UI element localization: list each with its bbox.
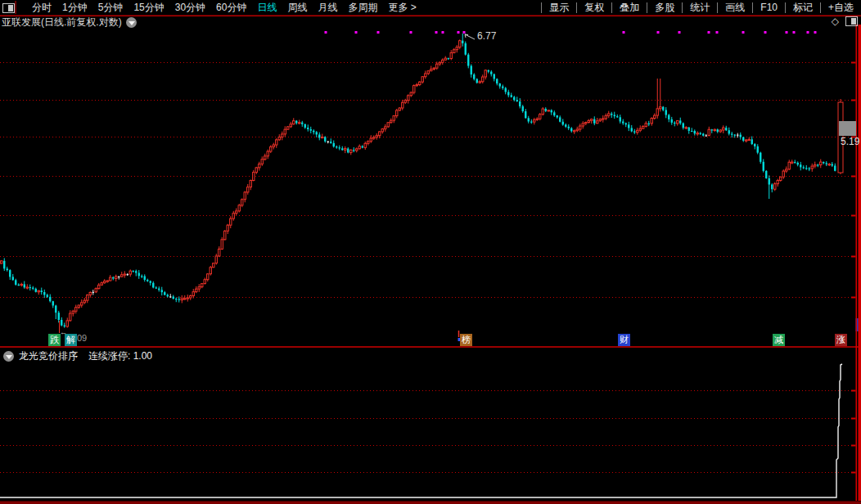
menu-item-overlay[interactable]: 叠加 <box>611 2 647 13</box>
event-badge-suffix: 09 <box>77 333 87 343</box>
annotations-layer <box>60 34 861 341</box>
grid-layer <box>0 63 857 473</box>
menu-item-fenshi[interactable]: 分时 <box>32 1 52 15</box>
menu-item-1min[interactable]: 1分钟 <box>62 1 88 15</box>
event-badge-cai[interactable]: 财 <box>618 334 630 346</box>
app-window: 分时 1分钟 5分钟 15分钟 30分钟 60分钟 日线 周线 月线 多周期 更… <box>0 0 861 504</box>
frame-layer <box>0 1 861 504</box>
event-badge-jian[interactable]: 减 <box>773 334 785 346</box>
menu-item-multiperiod[interactable]: 多周期 <box>348 1 377 15</box>
menu-item-adjust[interactable]: 复权 <box>576 2 611 13</box>
indicator-line-layer <box>0 364 842 497</box>
menu-item-60min[interactable]: 60分钟 <box>216 1 246 15</box>
menu-item-add-watchlist[interactable]: +自选 <box>820 2 861 13</box>
menu-item-drawline[interactable]: 画线 <box>717 2 752 13</box>
menu-item-15min[interactable]: 15分钟 <box>133 1 164 15</box>
menu-item-5min[interactable]: 5分钟 <box>98 1 124 15</box>
menu-item-monthly[interactable]: 月线 <box>318 1 337 15</box>
event-badge-zhang[interactable]: 涨 <box>835 334 847 346</box>
indicator-chevron-down-icon[interactable] <box>3 351 14 362</box>
tool-menu: 显示 复权 叠加 多股 统计 画线 F10 标记 +自选 <box>541 0 861 16</box>
menu-item-30min[interactable]: 30分钟 <box>175 1 205 15</box>
indicator-value: 连续涨停: 1.00 <box>88 349 152 363</box>
menu-item-f10[interactable]: F10 <box>752 2 785 13</box>
menu-bar: 分时 1分钟 5分钟 15分钟 30分钟 60分钟 日线 周线 月线 多周期 更… <box>0 0 861 16</box>
peak-price-label: 6.77 <box>477 30 496 42</box>
menu-item-weekly[interactable]: 周线 <box>287 1 307 15</box>
indicator-name[interactable]: 龙光竞价排序 <box>19 349 78 363</box>
chevron-down-icon[interactable] <box>126 17 137 28</box>
menu-item-statistics[interactable]: 统计 <box>682 2 717 13</box>
current-price-marker <box>839 121 856 136</box>
axis-price-label: 5.19 <box>841 136 859 147</box>
menu-item-display[interactable]: 显示 <box>541 2 576 13</box>
menu-item-more[interactable]: 更多 > <box>388 1 416 15</box>
chart-title-row: 亚联发展(日线.前复权.对数) <box>2 16 137 28</box>
menu-item-mark[interactable]: 标记 <box>785 2 820 13</box>
indicator-panel-title: 龙光竞价排序 连续涨停: 1.00 <box>3 349 152 363</box>
signal-dots-layer <box>325 31 817 34</box>
menu-item-multistock[interactable]: 多股 <box>647 2 682 13</box>
title-row-icons: ◇ <box>832 16 858 27</box>
window-layout-icon[interactable] <box>845 16 858 26</box>
event-badge-bang[interactable]: 榜 <box>460 334 472 346</box>
diamond-icon[interactable]: ◇ <box>832 16 839 26</box>
symbol-title: 亚联发展(日线.前复权.对数) <box>2 16 122 29</box>
price-chart-canvas[interactable] <box>0 0 861 504</box>
event-badge-jie[interactable]: 解 <box>65 334 77 346</box>
candles-layer <box>1 34 843 328</box>
window-split-icon[interactable] <box>2 3 15 13</box>
event-badge-die[interactable]: 跌 <box>48 334 61 346</box>
period-menu: 分时 1分钟 5分钟 15分钟 30分钟 60分钟 日线 周线 月线 多周期 更… <box>32 1 417 15</box>
menu-item-daily[interactable]: 日线 <box>257 1 277 15</box>
